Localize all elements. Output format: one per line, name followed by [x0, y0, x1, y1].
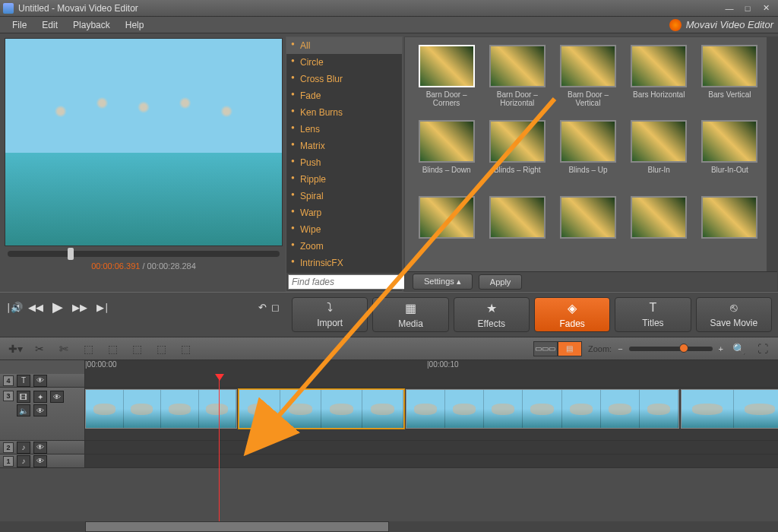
svg-line-0	[274, 99, 555, 422]
annotation-arrow	[0, 0, 778, 532]
playhead[interactable]	[219, 374, 220, 521]
